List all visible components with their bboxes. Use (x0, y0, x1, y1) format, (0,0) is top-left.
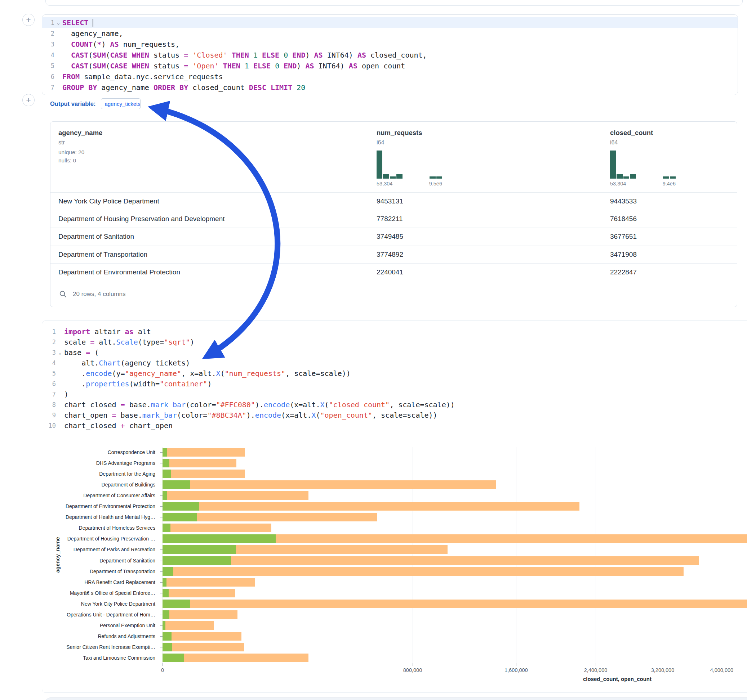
category-label: Senior Citizen Rent Increase Exempti… (42, 644, 155, 650)
histogram-bar (670, 177, 676, 179)
code-line[interactable]: 5 CAST(SUM(CASE WHEN status = 'Open' THE… (42, 60, 738, 71)
x-axis-tick (596, 663, 596, 666)
line-number: 10 (42, 421, 56, 431)
bar-closed_count (163, 469, 245, 478)
code-line[interactable]: 2scale = alt.Scale(type="sqrt") (42, 337, 747, 347)
search-icon[interactable] (59, 290, 67, 298)
bar-closed_count (163, 621, 214, 630)
bar-closed_count (163, 556, 699, 565)
histogram-bar (429, 177, 435, 179)
table-footer: 20 rows, 4 columns (50, 281, 737, 307)
bar-closed_count (163, 545, 448, 554)
code-line[interactable]: 8chart_closed = base.mark_bar(color="#FF… (42, 400, 747, 410)
y-axis-tick (160, 604, 163, 604)
bar-open_count (163, 523, 171, 532)
code-text: .properties(width="container") (64, 379, 212, 389)
y-axis-tick (160, 452, 163, 453)
table-row[interactable]: Department of Transportation377489234719… (50, 246, 737, 264)
table-row[interactable]: New York City Police Department945313194… (50, 193, 737, 210)
code-line[interactable]: 6FROM sample_data.nyc.service_requests (42, 71, 738, 82)
histogram-bar (610, 151, 616, 179)
x-axis-tick (516, 663, 516, 666)
table-row[interactable]: Department of Environmental Protection22… (50, 264, 737, 281)
bar-closed_count (163, 653, 308, 662)
fold-chevron-icon[interactable]: ⌄ (54, 17, 62, 28)
bar-closed_count (163, 502, 579, 511)
table-row[interactable]: Department of Housing Preservation and D… (50, 210, 737, 228)
x-axis-tick (722, 663, 722, 666)
column-meta-unique: unique: 20 (58, 149, 369, 155)
y-axis-tick (160, 495, 163, 496)
python-code-editor[interactable]: 1import altair as alt2scale = alt.Scale(… (42, 327, 747, 431)
fold-chevron-icon[interactable]: ⌄ (56, 347, 64, 358)
code-line[interactable]: 9chart_open = base.mark_bar(color="#8BC3… (42, 410, 747, 421)
bar-open_count (163, 469, 171, 478)
y-axis-title: agency_name (54, 537, 60, 573)
code-line[interactable]: 4 alt.Chart(agency_tickets) (42, 358, 747, 368)
y-axis-tick (160, 658, 163, 658)
column-header-agency-name[interactable]: agency_name str unique: 20 nulls: 0 (50, 122, 369, 192)
cell-agency-name: Department of Sanitation (50, 232, 369, 241)
code-line[interactable]: 6 .properties(width="container") (42, 379, 747, 389)
column-header-num-requests[interactable]: num_requests i64 53,304 9.5e6 (369, 122, 602, 192)
code-line[interactable]: 7GROUP BY agency_name ORDER BY closed_co… (42, 82, 738, 93)
chart-gridline (596, 447, 596, 663)
code-line[interactable]: 1⌄SELECT (42, 17, 738, 28)
category-label: Refunds and Adjustments (42, 634, 155, 639)
code-text: chart_closed = base.mark_bar(color="#FFC… (64, 400, 455, 410)
add-block-button[interactable]: + (22, 94, 35, 106)
code-text: scale = alt.Scale(type="sqrt") (64, 337, 194, 347)
y-axis-tick (160, 582, 163, 582)
code-text: import altair as alt (64, 327, 151, 337)
bar-open_count (163, 589, 169, 597)
code-line[interactable]: 2 agency_name, (42, 28, 738, 39)
bar-closed_count (163, 567, 683, 576)
histogram-max: 9.5e6 (429, 181, 442, 187)
y-axis-tick (160, 517, 163, 517)
category-label: DHS Advantage Programs (42, 460, 155, 466)
category-label: HRA Benefit Card Replacement (42, 579, 155, 585)
code-line[interactable]: 10chart_closed + chart_open (42, 421, 747, 431)
y-axis-tick (160, 474, 163, 474)
table-row[interactable]: Department of Sanitation37494853677651 (50, 228, 737, 246)
sql-cell: 1⌄SELECT 2 agency_name,3 COUNT(*) AS num… (42, 14, 738, 95)
output-variable-row: Output variable: agency_tickets (50, 98, 141, 109)
histogram-min: 53,304 (377, 181, 392, 187)
code-line[interactable]: 4 CAST(SUM(CASE WHEN status = 'Closed' T… (42, 50, 738, 60)
sql-code-editor[interactable]: 1⌄SELECT 2 agency_name,3 COUNT(*) AS num… (42, 17, 738, 93)
cell-agency-name: Department of Housing Preservation and D… (50, 215, 369, 223)
bar-open_count (163, 632, 171, 641)
code-line[interactable]: 3⌄base = ( (42, 347, 747, 358)
cell-closed-count: 2222847 (602, 268, 737, 276)
code-line[interactable]: 5 .encode(y="agency_name", x=alt.X("num_… (42, 368, 747, 379)
cell-num-requests: 2240041 (369, 268, 602, 276)
add-block-button[interactable]: + (22, 14, 35, 26)
category-label: Department of Sanitation (42, 558, 155, 564)
table-shape-text: 20 rows, 4 columns (73, 291, 126, 298)
code-text: .encode(y="agency_name", x=alt.X("num_re… (64, 368, 351, 379)
python-cell: 1import altair as alt2scale = alt.Scale(… (42, 320, 747, 693)
column-type: i64 (610, 139, 737, 146)
histogram-bar (436, 177, 442, 179)
output-variable-input[interactable]: agency_tickets (101, 98, 141, 109)
line-number: 4 (42, 358, 56, 368)
category-label: Department of Homeless Services (42, 525, 155, 531)
bar-closed_count (163, 589, 235, 597)
code-line[interactable]: 3 COUNT(*) AS num_requests, (42, 39, 738, 50)
column-histogram (610, 151, 676, 179)
category-label: Operations Unit - Department of Hom… (42, 612, 155, 617)
code-text: CAST(SUM(CASE WHEN status = 'Open' THEN … (62, 60, 405, 71)
line-number: 6 (42, 379, 56, 389)
line-number: 1 (42, 17, 54, 28)
column-header-closed-count[interactable]: closed_count i64 53,304 9.4e6 (602, 122, 737, 192)
histogram-range: 53,304 9.4e6 (610, 181, 676, 187)
x-axis-tick (663, 663, 663, 666)
code-line[interactable]: 1import altair as alt (42, 327, 747, 337)
line-number: 5 (42, 368, 56, 379)
bar-closed_count (163, 491, 308, 500)
code-line[interactable]: 7) (42, 389, 747, 400)
histogram-bar (663, 177, 669, 179)
output-variable-value: agency_tickets (105, 101, 141, 107)
code-text: chart_open = base.mark_bar(color="#8BC34… (64, 410, 437, 421)
line-number: 1 (42, 327, 56, 337)
